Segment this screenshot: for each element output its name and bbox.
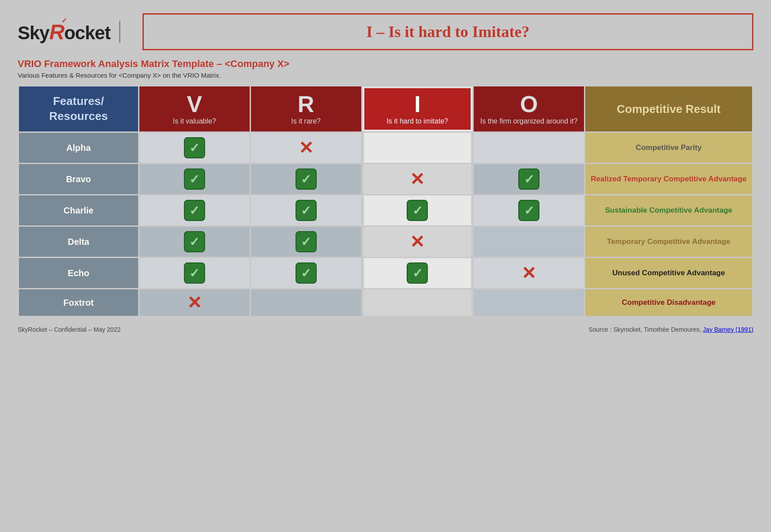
header-divider bbox=[119, 21, 120, 43]
subtitle-title: VRIO Framework Analysis Matrix Template … bbox=[18, 58, 753, 70]
cell-i bbox=[363, 164, 473, 194]
cross-icon bbox=[187, 294, 202, 311]
footer-area: SkyRocket – Confidential – May 2022 Sour… bbox=[18, 326, 753, 333]
table-row: Bravo Realized Temporary Competitive Adv… bbox=[19, 164, 752, 194]
subtitle-description: Various Features & Resources for <Compan… bbox=[18, 71, 753, 79]
check-icon bbox=[518, 169, 539, 190]
th-o: O Is the firm organized around it? bbox=[474, 86, 584, 131]
cell-v bbox=[139, 258, 250, 288]
logo-ocket: ocket bbox=[64, 22, 110, 43]
cell-v bbox=[139, 195, 250, 225]
title-box: I – Is it hard to Imitate? bbox=[142, 13, 753, 50]
cell-v bbox=[139, 227, 250, 257]
cell-o bbox=[474, 195, 584, 225]
cell-o bbox=[474, 289, 584, 316]
row-label: Bravo bbox=[19, 164, 138, 194]
footer-source-text: Source : Skyrocket, Timothée Demoures, bbox=[588, 326, 701, 333]
cell-i bbox=[363, 258, 473, 288]
cell-r bbox=[251, 289, 361, 316]
cell-o bbox=[474, 164, 584, 194]
check-icon bbox=[296, 169, 317, 190]
check-icon bbox=[296, 262, 317, 284]
row-label: Delta bbox=[19, 227, 138, 257]
cross-icon bbox=[410, 233, 425, 251]
subtitle-area: VRIO Framework Analysis Matrix Template … bbox=[18, 58, 753, 79]
check-icon bbox=[184, 137, 205, 158]
cell-o bbox=[474, 227, 584, 257]
row-label: Foxtrot bbox=[19, 289, 138, 316]
th-r: R Is it rare? bbox=[251, 86, 361, 131]
check-icon bbox=[296, 200, 317, 221]
check-icon bbox=[184, 231, 205, 252]
cell-r bbox=[251, 195, 361, 225]
cell-v bbox=[139, 133, 250, 163]
header-area: SkyRocket I – Is it hard to Imitate? bbox=[18, 13, 753, 50]
cell-i bbox=[363, 133, 473, 163]
check-icon bbox=[184, 200, 205, 221]
cell-result: Realized Temporary Competitive Advantage bbox=[585, 164, 752, 194]
cell-result: Competitive Disadvantage bbox=[585, 289, 752, 316]
cell-result: Competitive Parity bbox=[585, 133, 752, 163]
check-icon bbox=[518, 200, 539, 221]
logo: SkyRocket bbox=[18, 20, 110, 44]
table-row: Foxtrot Competitive Disadvantage bbox=[19, 289, 752, 316]
table-row: Delta Temporary Competitive Advantage bbox=[19, 227, 752, 257]
cell-i bbox=[363, 289, 473, 316]
check-icon bbox=[407, 200, 428, 221]
cell-i bbox=[363, 227, 473, 257]
th-features: Features/ Resources bbox=[19, 86, 138, 131]
row-label: Echo bbox=[19, 258, 138, 288]
cell-r bbox=[251, 258, 361, 288]
cell-v bbox=[139, 164, 250, 194]
table-row: Echo Unused Competitive Advantage bbox=[19, 258, 752, 288]
cross-icon bbox=[410, 170, 425, 188]
logo-r: R bbox=[49, 20, 64, 44]
cross-icon bbox=[521, 264, 536, 282]
row-label: Charlie bbox=[19, 195, 138, 225]
cell-result: Temporary Competitive Advantage bbox=[585, 227, 752, 257]
cell-r bbox=[251, 227, 361, 257]
footer-left: SkyRocket – Confidential – May 2022 bbox=[18, 326, 120, 333]
cross-icon bbox=[299, 139, 314, 157]
check-icon bbox=[407, 262, 428, 284]
logo-wrapper: SkyRocket bbox=[18, 20, 129, 44]
table-row: Charlie Sustainable Competitive Advantag… bbox=[19, 195, 752, 225]
cell-result: Sustainable Competitive Advantage bbox=[585, 195, 752, 225]
footer-source-link[interactable]: Jay Barney (1991) bbox=[703, 326, 753, 333]
cell-i bbox=[363, 195, 473, 225]
cell-o bbox=[474, 258, 584, 288]
cell-result: Unused Competitive Advantage bbox=[585, 258, 752, 288]
cell-o bbox=[474, 133, 584, 163]
vrio-matrix-table: Features/ Resources V Is it valuable? R … bbox=[18, 85, 753, 317]
check-icon bbox=[184, 169, 205, 190]
cell-v bbox=[139, 289, 250, 316]
th-v: V Is it valuable? bbox=[139, 86, 250, 131]
title-box-text: I – Is it hard to Imitate? bbox=[367, 23, 530, 41]
row-label: Alpha bbox=[19, 133, 138, 163]
cell-r bbox=[251, 164, 361, 194]
check-icon bbox=[296, 231, 317, 252]
check-icon bbox=[184, 262, 205, 284]
table-row: Alpha Competitive Parity bbox=[19, 133, 752, 163]
th-i: I Is it hard to imitate? bbox=[363, 86, 473, 131]
cell-r bbox=[251, 133, 361, 163]
footer-right: Source : Skyrocket, Timothée Demoures, J… bbox=[588, 326, 753, 333]
th-result: Competitive Result bbox=[585, 86, 752, 131]
logo-sky: Sky bbox=[18, 22, 49, 43]
